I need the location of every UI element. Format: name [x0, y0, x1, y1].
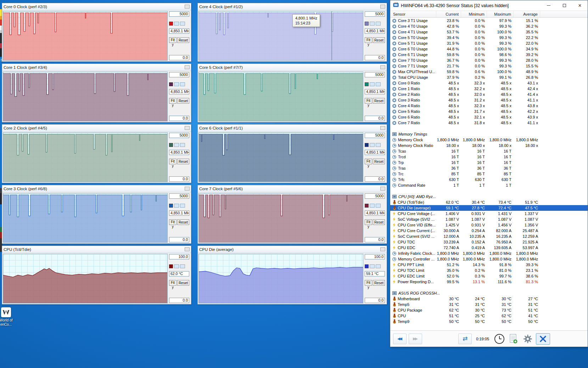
clock-icon[interactable] [493, 333, 505, 345]
sensor-row[interactable]: Infinity Fabric Clock...1,800.0 MHz1,800… [390, 251, 588, 256]
scale-button-2[interactable] [376, 22, 381, 26]
scale-button-1[interactable] [370, 204, 375, 208]
fit-y-button[interactable]: Fit y [169, 219, 177, 225]
graph-window-button[interactable] [185, 126, 190, 130]
graph-window-button[interactable] [185, 247, 190, 251]
reset-button[interactable]: Reset [373, 219, 385, 225]
axis-max-value[interactable]: 5000 [365, 11, 385, 17]
sensor-row[interactable]: Core 6 Ratio48.5 x32.1 x48.5 x43.9 x [390, 114, 588, 120]
column-minimum[interactable]: Minimum [461, 11, 487, 17]
sensor-row[interactable]: CPU Core Current (...30.000 A0.254 A82.0… [390, 228, 588, 234]
scale-button-1[interactable] [370, 143, 375, 147]
reset-button[interactable]: Reset [373, 98, 385, 104]
sensor-row[interactable]: Core 3 T1 Usage23.8 %0.0 %97.9 %15.1 % [390, 18, 588, 23]
close-sensors-button[interactable] [536, 333, 550, 345]
sensor-row[interactable]: Memory Controller ...1,800.0 MHz1,800.0 … [390, 256, 588, 262]
graph-window-button[interactable] [380, 65, 385, 69]
graph-plot-area[interactable] [198, 132, 363, 182]
scale-button-2[interactable] [180, 82, 185, 86]
scale-button-1[interactable] [370, 264, 375, 268]
axis-min-value[interactable]: 0.0 [365, 298, 385, 303]
history-forward-button[interactable]: ▶▶ [409, 334, 422, 344]
sensor-section-row[interactable]: CPU [#0]: AMD Ryz... [390, 194, 588, 199]
sensor-row[interactable]: Core 5 Ratio48.5 x31.7 x48.5 x42.2 x [390, 109, 588, 114]
hwinfo-titlebar[interactable]: HWiNFO64 v6.33-4290 Sensor Status [32 va… [390, 0, 588, 11]
sensor-row[interactable]: CPU EDC Limit52.0 %0.3 %99.7 %38.6 % [390, 273, 588, 279]
sensor-row[interactable]: CPU TDC Limit35.0 %0.2 %81.0 %23.1 % [390, 268, 588, 273]
sensor-row[interactable]: Core 0 Ratio48.5 x32.3 x48.5 x43.1 x [390, 80, 588, 86]
reset-button[interactable]: Reset [177, 159, 189, 164]
sensor-row[interactable]: Core 7 T1 Usage21.7 %0.0 %99.3 %15.5 % [390, 63, 588, 69]
graph-titlebar[interactable]: Core 2 Clock (perf #4/5) [2, 125, 191, 132]
sensor-row[interactable]: CPU Core VID (Effe...1.425 V0.931 V1.456… [390, 222, 588, 228]
sensor-row[interactable]: Core 1 Ratio48.5 x32.2 x48.5 x42.4 x [390, 86, 588, 92]
sensor-row[interactable]: Memory Clock Ratio18.00 x18.00 x18.00 x1… [390, 143, 588, 148]
reset-button[interactable]: Reset [177, 219, 189, 225]
series-color-swatch[interactable] [169, 82, 173, 86]
sensor-row[interactable]: Core 3 Ratio48.5 x31.2 x48.5 x41.1 x [390, 97, 588, 103]
sensor-row[interactable]: Core 6 T0 Usage44.8 %0.0 %100.0 %34.9 % [390, 46, 588, 52]
sensor-row[interactable]: CPU Core Voltage (...1.406 V0.931 V1.431… [390, 211, 588, 216]
close-button[interactable]: × [572, 0, 588, 11]
scale-button-2[interactable] [376, 143, 381, 147]
sensor-row[interactable]: Core 4 Ratio48.5 x32.3 x48.5 x43.8 x [390, 103, 588, 109]
sensor-row[interactable]: Core 4 T1 Usage53.7 %0.0 %100.0 %35.5 % [390, 29, 588, 35]
sensor-row[interactable]: Temp950 °C50 °C50 °C50 °C [390, 319, 588, 324]
graph-titlebar[interactable]: CPU Die (average) [198, 246, 387, 253]
scale-button-2[interactable] [376, 82, 381, 86]
sensor-row[interactable]: Trp16 T16 T16 T [390, 160, 588, 165]
fit-y-button[interactable]: Fit y [365, 98, 372, 104]
axis-max-value[interactable]: 5000 [365, 72, 385, 77]
graph-titlebar[interactable]: Core 4 Clock (perf #1/2) [198, 3, 387, 10]
reset-button[interactable]: Reset [177, 37, 189, 43]
history-back-button[interactable]: ◀◀ [393, 334, 407, 344]
graph-plot-area[interactable] [198, 193, 363, 243]
sensor-row[interactable]: Core 7 T0 Usage36.7 %0.0 %99.3 %28.0 % [390, 57, 588, 63]
settings-gear-icon[interactable] [522, 333, 534, 345]
graph-titlebar[interactable]: Core 1 Clock (perf #3/4) [2, 64, 191, 71]
sensor-row[interactable]: Motherboard30 °C24 °C30 °C27 °C [390, 296, 588, 302]
series-color-swatch[interactable] [365, 204, 369, 208]
sensor-row[interactable]: CPU51 °C25 °C62 °C41 °C [390, 313, 588, 319]
column-sensor[interactable]: Sensor [390, 11, 436, 17]
axis-max-value[interactable]: 5000 [169, 193, 189, 199]
sensor-row[interactable]: Core 5 T1 Usage31.9 %0.0 %99.3 %22.0 % [390, 40, 588, 46]
axis-min-value[interactable]: 0.0 [169, 237, 189, 242]
sensor-row[interactable]: Tcas16 T16 T16 T [390, 148, 588, 154]
column-average[interactable]: Average [514, 11, 540, 17]
graph-titlebar[interactable]: Core 5 Clock (perf #7/7) [198, 64, 387, 71]
series-color-swatch[interactable] [365, 143, 369, 147]
graph-plot-area[interactable] [198, 72, 363, 121]
sensor-row[interactable]: Trc85 T85 T85 T [390, 171, 588, 177]
column-header-row[interactable]: Sensor Current Minimum Maximum Average [390, 11, 588, 18]
graph-window-button[interactable] [185, 65, 190, 69]
axis-max-value[interactable]: 100.0 [365, 254, 385, 259]
scale-button-2[interactable] [180, 22, 185, 26]
reset-button[interactable]: Reset [177, 98, 189, 104]
scale-button-1[interactable] [370, 22, 375, 26]
graph-plot-area[interactable] [3, 254, 168, 303]
scale-button-1[interactable] [174, 204, 179, 208]
sensor-row[interactable]: Command Rate1 T1 T1 T [390, 182, 588, 188]
series-color-swatch[interactable] [169, 22, 173, 26]
fit-y-button[interactable]: Fit y [365, 159, 372, 164]
graph-titlebar[interactable]: CPU (Tctl/Tdie) [2, 246, 191, 253]
sensor-row[interactable]: Max CPU/Thread U...59.8 %0.6 %100.0 %48.… [390, 69, 588, 75]
series-color-swatch[interactable] [169, 143, 173, 147]
axis-min-value[interactable]: 0.0 [169, 116, 189, 121]
axis-min-value[interactable]: 0.0 [169, 55, 189, 60]
reset-button[interactable]: Reset [373, 37, 385, 43]
fit-y-button[interactable]: Fit y [365, 219, 372, 225]
column-current[interactable]: Current [436, 11, 461, 17]
graph-window-button[interactable] [380, 247, 385, 251]
scale-button-2[interactable] [180, 143, 185, 147]
sensor-row[interactable]: Trcd16 T16 T16 T [390, 154, 588, 160]
maximize-button[interactable] [556, 0, 572, 11]
scale-button-1[interactable] [174, 22, 179, 26]
desktop-icon-world-of-encore[interactable]: World of enCo... [0, 307, 18, 327]
column-maximum[interactable]: Maximum [487, 11, 514, 17]
axis-min-value[interactable]: 0.0 [365, 116, 385, 121]
scale-button-2[interactable] [180, 264, 185, 268]
scale-button-2[interactable] [376, 264, 381, 268]
series-color-swatch[interactable] [169, 264, 173, 268]
